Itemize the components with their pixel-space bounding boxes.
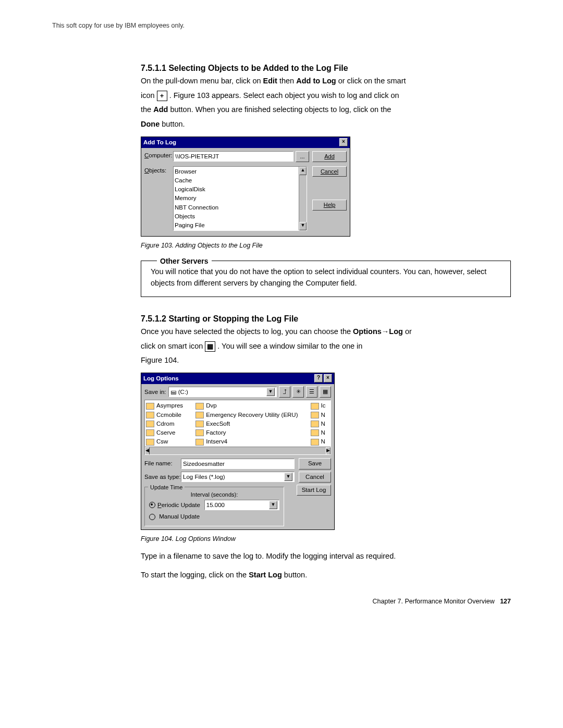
chevron-down-icon[interactable]: ▼ xyxy=(269,501,277,509)
list-item[interactable]: Csw xyxy=(146,437,183,446)
folder-icon xyxy=(311,403,319,410)
help-button[interactable]: Help xyxy=(312,200,347,211)
figure-caption-103: Figure 103. Adding Objects to the Log Fi… xyxy=(141,241,511,251)
new-folder-icon[interactable]: ✳ xyxy=(292,386,304,398)
log-options-dialog: Log Options ? × Save in: 🖴 (C:) ▼ ⮥ ✳ ☰ … xyxy=(141,373,335,530)
help-icon[interactable]: ? xyxy=(314,374,323,382)
folder-icon xyxy=(311,439,319,446)
interval-combo[interactable]: 15.000 ▼ xyxy=(204,500,279,510)
list-item[interactable]: N xyxy=(311,428,326,437)
list-item[interactable]: Cache xyxy=(175,176,305,185)
folder-icon xyxy=(146,412,154,418)
close-icon[interactable]: × xyxy=(324,374,332,382)
section-heading-1: 7.5.1.1 Selecting Objects to be Added to… xyxy=(141,62,511,75)
chevron-down-icon[interactable]: ▼ xyxy=(266,388,275,396)
up-folder-icon[interactable]: ⮥ xyxy=(279,386,290,398)
scrollbar-horizontal[interactable]: ◀ ▶ xyxy=(145,447,331,454)
plus-icon: + xyxy=(157,91,167,101)
top-note: This soft copy for use by IBM employees … xyxy=(52,21,511,31)
list-item[interactable]: Cdrom xyxy=(146,419,183,428)
folder-icon xyxy=(195,403,204,410)
manual-radio[interactable] xyxy=(149,514,155,520)
list-item[interactable]: Factory xyxy=(195,428,298,437)
filename-label: File name: xyxy=(144,459,181,468)
dialog-titlebar: Add To Log × xyxy=(141,137,350,148)
para2: icon + . Figure 103 appears. Select each… xyxy=(141,90,511,102)
folder-icon xyxy=(195,421,204,427)
browse-button[interactable]: ... xyxy=(296,151,309,162)
list-item[interactable]: Ic xyxy=(311,401,326,410)
list-item[interactable]: Objects xyxy=(175,212,305,221)
saveas-combo[interactable]: Log Files (*.log) ▼ xyxy=(181,472,295,482)
figure-caption-104: Figure 104. Log Options Window xyxy=(141,534,511,544)
list-item[interactable]: Cserve xyxy=(146,428,183,437)
list-item[interactable]: Ccmobile xyxy=(146,411,183,419)
save-in-label: Save in: xyxy=(144,388,166,397)
list-item[interactable]: Browser xyxy=(175,167,305,176)
chevron-down-icon[interactable]: ▼ xyxy=(284,473,292,481)
list-item[interactable]: N xyxy=(311,419,326,428)
para4: Done button. xyxy=(141,119,511,130)
para3: the Add button. When you are finished se… xyxy=(141,104,511,116)
folder-icon xyxy=(311,412,319,418)
start-log-button[interactable]: Start Log xyxy=(297,485,331,496)
list-item[interactable]: ExecSoft xyxy=(195,419,298,428)
box-text: You will notice that you do not have the… xyxy=(151,266,501,289)
after-para2: To start the logging, click on the Start… xyxy=(141,570,511,581)
scroll-right-icon[interactable]: ▶ xyxy=(326,447,331,455)
computer-input[interactable]: \\IOS-PIETERJT xyxy=(173,151,293,162)
folder-icon xyxy=(146,421,154,427)
list-item[interactable]: LogicalDisk xyxy=(175,185,305,194)
para6: click on smart icon ▦ . You will see a w… xyxy=(141,341,511,352)
scroll-left-icon[interactable]: ◀ xyxy=(145,447,150,455)
periodic-radio[interactable] xyxy=(149,502,155,508)
objects-listbox[interactable]: Browser Cache LogicalDisk Memory NBT Con… xyxy=(173,166,307,231)
scrollbar[interactable]: ▲ ▼ xyxy=(299,167,307,230)
list-item[interactable]: Paging File xyxy=(175,221,305,230)
folder-icon xyxy=(311,421,319,427)
list-item[interactable]: NBT Connection xyxy=(175,203,305,212)
list-view-icon[interactable]: ☰ xyxy=(306,386,317,398)
save-button[interactable]: Save xyxy=(299,458,331,469)
save-in-combo[interactable]: 🖴 (C:) ▼ xyxy=(168,387,277,397)
add-button[interactable]: Add xyxy=(312,151,347,162)
dialog-titlebar-2: Log Options ? × xyxy=(141,373,334,384)
update-time-group: Update Time Interval (seconds): Periodic… xyxy=(144,487,284,526)
scroll-down-icon[interactable]: ▼ xyxy=(299,222,307,230)
list-item[interactable]: N xyxy=(311,437,326,446)
add-to-log-dialog: Add To Log × Computer: \\IOS-PIETERJT ..… xyxy=(141,137,350,237)
para7: Figure 104. xyxy=(141,355,511,366)
list-item[interactable]: Asympres xyxy=(146,401,183,410)
saveas-label: Save as type: xyxy=(144,473,181,482)
list-item[interactable]: Memory xyxy=(175,194,305,203)
other-servers-box: Other Servers You will notice that you d… xyxy=(141,261,511,297)
cancel-button[interactable]: Cancel xyxy=(299,472,331,483)
folder-icon xyxy=(311,429,319,436)
para1: On the pull-down menu bar, click on Edit… xyxy=(141,76,511,87)
filename-input[interactable]: Sizedoesmatter xyxy=(181,459,295,469)
close-icon[interactable]: × xyxy=(339,138,348,146)
details-view-icon[interactable]: ▦ xyxy=(320,386,331,398)
footer: Chapter 7. Performance Monitor Overview … xyxy=(373,597,511,607)
periodic-label: Periodic Update xyxy=(157,501,200,510)
folder-icon xyxy=(146,429,154,436)
objects-label: Objects: xyxy=(144,166,173,175)
list-item[interactable]: Emergency Recovery Utility (ERU) xyxy=(195,411,298,419)
after-para1: Type in a filename to save the log to. M… xyxy=(141,551,511,562)
folder-icon xyxy=(195,439,204,446)
list-item[interactable]: Intserv4 xyxy=(195,437,298,446)
folder-icon xyxy=(195,429,204,436)
list-item[interactable]: Dvp xyxy=(195,401,298,410)
cancel-button[interactable]: Cancel xyxy=(312,166,347,177)
scroll-up-icon[interactable]: ▲ xyxy=(299,167,307,175)
chart-icon: ▦ xyxy=(205,341,215,352)
box-legend: Other Servers xyxy=(157,256,212,267)
dialog-title-2: Log Options xyxy=(143,374,179,383)
list-item[interactable]: N xyxy=(311,411,326,419)
dialog-title: Add To Log xyxy=(143,138,176,147)
file-browser[interactable]: Asympres Ccmobile Cdrom Cserve Csw Diske… xyxy=(144,400,331,455)
list-item[interactable]: PhysicalDisk xyxy=(175,230,305,230)
folder-icon xyxy=(195,412,204,418)
para5: Once you have selected the objects to lo… xyxy=(141,326,511,338)
group-legend: Update Time xyxy=(148,483,185,492)
